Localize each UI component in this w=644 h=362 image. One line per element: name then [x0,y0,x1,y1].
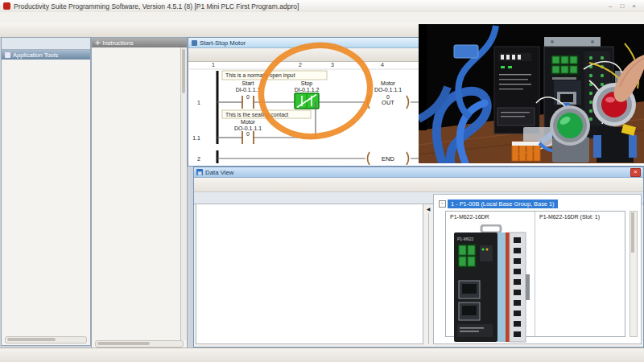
end-coil[interactable]: END [368,152,409,165]
hardware-config-panel: − 1 - P1-00B (Local Base Group, Base 1) … [433,194,642,344]
status-bar [0,348,644,362]
data-view-close-button[interactable]: × [630,168,641,177]
start-tag-address: DI-0.1.1.1 [236,87,261,93]
start-contact[interactable]: Start DI-0.1.1.1 0 [236,80,261,109]
menu-bar [0,12,644,23]
coil-tag-name: Motor [381,80,396,86]
out-coil-label: OUT [382,99,394,106]
instructions-list [92,47,181,340]
hardware-photo [419,24,644,163]
column-ruler-1: 1 [212,62,215,68]
column-ruler-3: 3 [331,62,334,68]
rung-number-2: 2 [197,156,200,162]
title-bar: Productivity Suite Programming Software,… [0,0,644,13]
panel-splitter[interactable]: ◀ [424,204,432,344]
stop-tag-address: DI-0.1.1.2 [295,87,320,93]
rung-comment-2: This is the sealing contact [225,112,288,118]
plc-module-image: P1-M622 [452,224,530,345]
ladder-title: Start-Stop Motor [200,39,246,47]
minimize-button[interactable]: – [609,2,612,10]
hardware-scrollbar[interactable] [630,211,638,337]
side-tab-strip [2,38,90,50]
application-tools-tree [2,60,90,335]
maximize-button[interactable]: □ [620,2,624,10]
seal-tag-value: 0 [246,131,250,137]
motor-out-coil[interactable]: Motor DO-0.1.1.1 0 OUT [368,80,409,109]
instructions-header[interactable]: ✛ Instructions [92,38,187,47]
column-ruler-2: 2 [299,62,302,68]
data-view-title-bar: ▦ Data View × [194,167,643,178]
application-tools-pane: Application Tools [1,37,91,346]
base-group-row[interactable]: − 1 - P1-00B (Local Base Group, Base 1) [439,200,558,208]
base-group-label[interactable]: 1 - P1-00B (Local Base Group, Base 1) [448,200,558,208]
stop-tag-name: Stop [301,80,313,87]
forceable-tags-table [196,204,423,344]
tree-horizontal-scrollbar[interactable] [5,336,87,343]
data-view-title: Data View [205,169,233,176]
instructions-scrollbar[interactable] [180,47,187,340]
module-name-right: P1-M622-16DR (Slot: 1) [539,214,600,220]
data-view-window: ▦ Data View × ◀ − 1 - P1-00B (Local Base… [193,167,644,348]
start-tag-name: Start [242,80,254,86]
coil-tag-address: DO-0.1.1.1 [374,87,402,93]
seal-contact[interactable]: Motor DO-0.1.1.1 0 [234,119,262,144]
instructions-hscrollbar[interactable] [95,340,184,348]
svg-text:P1-M622: P1-M622 [457,237,474,241]
rung-number-1: 1 [197,100,200,105]
task-icon [192,40,197,46]
data-view-icon: ▦ [196,169,203,175]
seal-tag-address: DO-0.1.1.1 [234,125,262,131]
close-button[interactable]: × [632,2,636,10]
end-coil-label: END [382,155,394,162]
start-tag-value: 0 [246,94,250,100]
move-handle-icon: ✛ [95,39,100,47]
rung-comment-1: This is a normally open input [225,72,295,79]
tools-icon [5,52,10,58]
app-logo-icon [3,2,10,10]
rung-number-1-1: 1.1 [192,135,200,141]
instructions-pane: ✛ Instructions [91,37,188,349]
instructions-title: Instructions [102,39,133,47]
application-tools-header: Application Tools [2,50,90,60]
base-module-box: P1-M622-16DR P1-M622-16DR (Slot: 1) P1-M… [445,211,625,337]
productivity-suite-window: { "window": { "title": "Productivity Sui… [0,0,644,362]
collapse-icon[interactable]: − [439,200,446,208]
seal-tag-name: Motor [241,119,256,125]
column-ruler-4: 4 [381,62,384,68]
data-view-toolbar [194,178,643,192]
splitter-collapse-icon[interactable]: ◀ [427,206,431,212]
window-title: Productivity Suite Programming Software,… [14,2,299,10]
application-tools-title: Application Tools [13,51,58,59]
module-name-left: P1-M622-16DR [450,214,489,220]
slot-number-list [535,226,625,336]
